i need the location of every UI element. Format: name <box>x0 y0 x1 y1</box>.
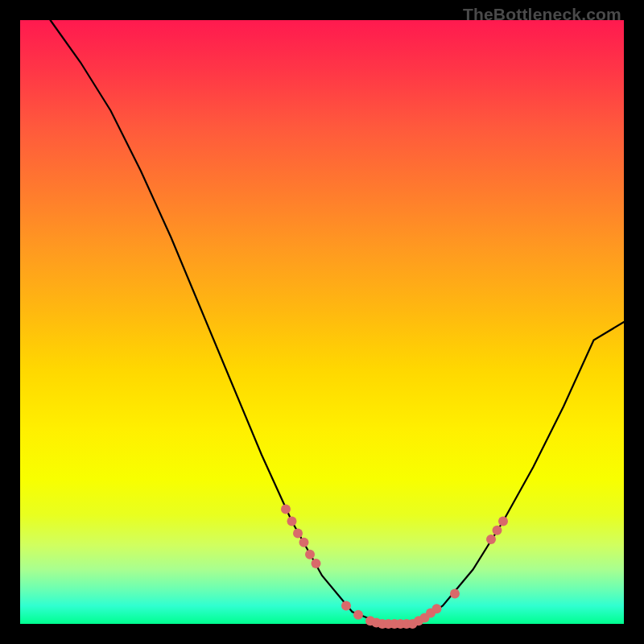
data-point <box>281 505 291 514</box>
data-point <box>450 589 460 599</box>
data-point <box>493 526 502 535</box>
data-point <box>353 610 363 620</box>
data-point <box>305 550 315 559</box>
data-point <box>341 601 351 611</box>
data-point <box>432 604 442 613</box>
data-point <box>498 517 508 526</box>
data-point <box>293 529 303 539</box>
plot-area <box>20 20 624 624</box>
data-point <box>486 535 496 544</box>
bottleneck-curve <box>20 20 624 624</box>
data-point <box>312 559 321 568</box>
data-point <box>299 538 309 547</box>
curve-line <box>51 20 625 624</box>
chart-container: TheBottleneck.com <box>0 0 644 644</box>
data-point <box>287 517 297 526</box>
